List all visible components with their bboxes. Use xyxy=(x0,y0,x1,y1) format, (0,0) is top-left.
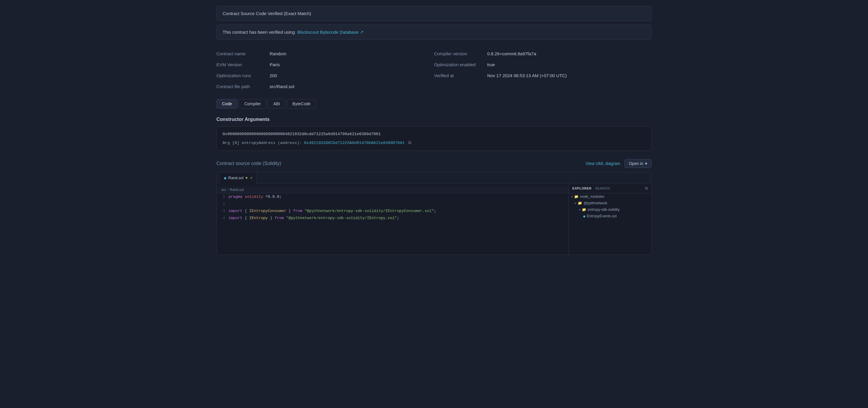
bytecode-db-text: This contract has been verified using xyxy=(223,30,295,35)
line-content-4: import { IEntropy } from "@pythnetwork/e… xyxy=(228,215,405,222)
info-row-evm-version: EVM Version Paris xyxy=(216,59,434,70)
value-verified-at: Nov 17 2024 06:53:13 AM (+07:00 UTC) xyxy=(487,73,567,78)
value-file-path: src/Rand.sol xyxy=(270,84,294,89)
label-opt-runs: Optimization runs xyxy=(216,73,270,78)
value-compiler-version: 0.8.26+commit.8a97fa7a xyxy=(487,51,536,56)
code-line-1: 1 pragma solidity ^0.8.0; xyxy=(217,193,568,200)
folder-icon-3: 📁 xyxy=(582,208,586,212)
constructor-arg-label: Arg [0] entropyAddress (address): xyxy=(223,141,302,145)
constructor-box: 0x0000000000000000000000004821932d0cdd71… xyxy=(216,126,652,151)
folder-icon: 📁 xyxy=(574,194,579,199)
explorer-tabs: EXPLORER SEARCH xyxy=(572,187,610,190)
breadcrumb-file: Rand.sol xyxy=(230,188,244,192)
folder-icon-2: 📁 xyxy=(578,201,582,205)
label-verified-at: Verified at xyxy=(434,73,487,78)
tree-label-entropy-events: EntropyEvents.sol xyxy=(587,214,617,218)
editor-tabs-bar: ◆ Rand.sol ★ ✕ xyxy=(217,172,651,184)
tab-abi[interactable]: ABI xyxy=(268,99,286,108)
info-row-opt-runs: Optimization runs 200 xyxy=(216,70,434,81)
contract-info-grid: Contract name Random EVM Version Paris O… xyxy=(216,48,652,92)
tree-item-node-modules[interactable]: ▾ 📁 node_modules xyxy=(569,193,651,200)
label-opt-enabled: Optimization enabled xyxy=(434,62,487,67)
value-evm-version: Paris xyxy=(270,62,280,67)
tab-compiler[interactable]: Compiler xyxy=(239,99,267,108)
tabs-row: Code Compiler ABI ByteCode xyxy=(216,99,652,108)
value-contract-name: Random xyxy=(270,51,286,56)
file-tab-rand[interactable]: ◆ Rand.sol ★ ✕ xyxy=(220,172,257,184)
label-contract-name: Contract name xyxy=(216,51,270,56)
bytecode-db-link[interactable]: Blockscout Bytecode Database ↗ xyxy=(298,30,364,35)
source-title-container: Contract source code (Solidity) xyxy=(216,161,281,166)
verified-alert-text: Contract Source Code Verified (Exact Mat… xyxy=(223,11,311,16)
code-line-4: 4 import { IEntropy } from "@pythnetwork… xyxy=(217,215,568,222)
value-opt-enabled: true xyxy=(487,62,495,67)
source-title: Contract source code (Solidity) xyxy=(216,161,281,166)
code-editor-area: ◆ Rand.sol ★ ✕ src › Rand.sol 1 xyxy=(216,172,652,255)
tree-item-entropy-events[interactable]: ◆ EntropyEvents.sol xyxy=(569,213,651,219)
info-row-file-path: Contract file path src/Rand.sol xyxy=(216,81,434,92)
code-line-3: 3 import { IEntropyConsumer } from "@pyt… xyxy=(217,208,568,215)
label-evm-version: EVM Version xyxy=(216,62,270,67)
line-num-1: 1 xyxy=(217,193,228,200)
explorer-action-icon[interactable]: ⧉ xyxy=(645,186,648,191)
label-compiler-version: Compiler version xyxy=(434,51,487,56)
breadcrumb-src: src xyxy=(221,188,226,192)
verified-alert: Contract Source Code Verified (Exact Mat… xyxy=(216,6,652,21)
chevron-down-icon: ▾ xyxy=(645,161,647,166)
info-right: Compiler version 0.8.26+commit.8a97fa7a … xyxy=(434,48,652,92)
info-row-verified-at: Verified at Nov 17 2024 06:53:13 AM (+07… xyxy=(434,70,652,81)
chevron-icon-3: ▾ xyxy=(579,208,580,211)
tree-item-pythnetwork[interactable]: ▾ 📁 @pythnetwork xyxy=(569,200,651,207)
line-num-2: 2 xyxy=(217,200,228,208)
constructor-arg-row: Arg [0] entropyAddress (address): 0x4821… xyxy=(223,140,645,145)
constructor-arg-value[interactable]: 0x4821932D0CDd71225A6d914706A621e0389D70… xyxy=(304,141,404,145)
solidity-file-icon: ◆ xyxy=(583,214,585,218)
explorer-header: EXPLORER SEARCH ⧉ xyxy=(569,184,651,193)
view-uml-link[interactable]: View UML diagram xyxy=(585,161,620,166)
code-panel: src › Rand.sol 1 pragma solidity ^0.8.0;… xyxy=(217,184,568,255)
constructor-hex: 0x0000000000000000000000004821932d0cdd71… xyxy=(223,132,645,136)
star-icon: ★ xyxy=(245,176,248,180)
info-row-opt-enabled: Optimization enabled true xyxy=(434,59,652,70)
tab-code[interactable]: Code xyxy=(216,99,238,108)
open-in-button[interactable]: Open in ▾ xyxy=(624,159,652,168)
explorer-tab-search[interactable]: SEARCH xyxy=(595,187,610,190)
line-content-3: import { IEntropyConsumer } from "@pythn… xyxy=(228,208,442,215)
line-content-1: pragma solidity ^0.8.0; xyxy=(228,193,287,200)
tree-label-pythnetwork: @pythnetwork xyxy=(584,201,607,205)
editor-content: src › Rand.sol 1 pragma solidity ^0.8.0;… xyxy=(217,184,651,255)
chevron-icon-2: ▾ xyxy=(575,201,576,205)
explorer-tab-explorer[interactable]: EXPLORER xyxy=(572,187,592,190)
label-file-path: Contract file path xyxy=(216,84,270,89)
breadcrumb: src › Rand.sol xyxy=(217,187,568,193)
tree-item-entropy-sdk[interactable]: ▾ 📁 entropy-sdk-solidity xyxy=(569,207,651,213)
tree-label-entropy-sdk: entropy-sdk-solidity xyxy=(588,208,620,212)
line-content-2 xyxy=(228,200,235,208)
tab-bytecode[interactable]: ByteCode xyxy=(287,99,316,108)
tree-label-node-modules: node_modules xyxy=(580,194,604,199)
source-actions: View UML diagram Open in ▾ xyxy=(585,159,652,168)
line-num-4: 4 xyxy=(217,215,228,222)
copy-icon[interactable]: ⧉ xyxy=(408,140,411,145)
close-tab-icon[interactable]: ✕ xyxy=(250,176,253,180)
line-num-3: 3 xyxy=(217,208,228,215)
value-opt-runs: 200 xyxy=(270,73,277,78)
chevron-icon: ▾ xyxy=(571,195,572,198)
bytecode-db-alert: This contract has been verified using Bl… xyxy=(216,25,652,40)
code-line-2: 2 xyxy=(217,200,568,208)
solidity-icon: ◆ xyxy=(224,176,226,180)
breadcrumb-sep: › xyxy=(227,188,228,192)
file-tab-label: Rand.sol xyxy=(228,176,243,180)
constructor-section-title: Constructor Arguments xyxy=(216,117,652,122)
info-row-contract-name: Contract name Random xyxy=(216,48,434,59)
code-lines: 1 pragma solidity ^0.8.0; 2 3 import { I… xyxy=(217,193,568,222)
explorer-panel: EXPLORER SEARCH ⧉ ▾ 📁 node_modules ▾ 📁 @… xyxy=(568,184,651,255)
info-row-compiler-version: Compiler version 0.8.26+commit.8a97fa7a xyxy=(434,48,652,59)
info-left: Contract name Random EVM Version Paris O… xyxy=(216,48,434,92)
source-header: Contract source code (Solidity) View UML… xyxy=(216,159,652,168)
